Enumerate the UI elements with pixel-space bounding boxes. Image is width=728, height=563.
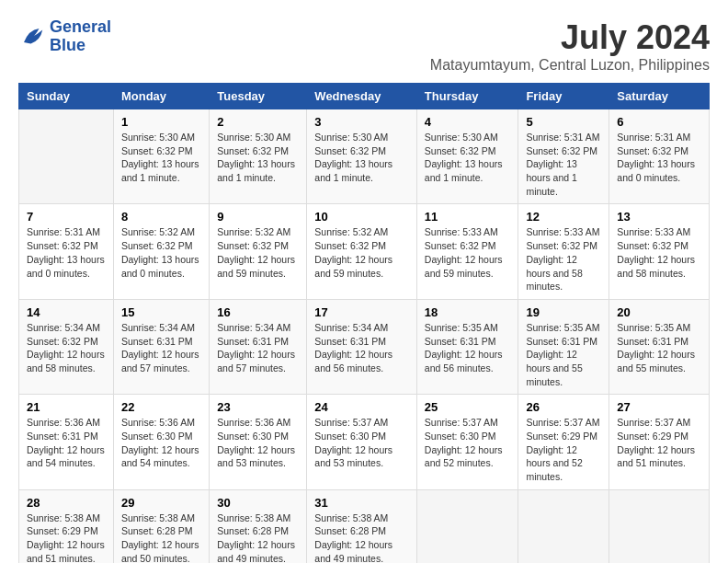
calendar-week-row: 7Sunrise: 5:31 AMSunset: 6:32 PMDaylight… <box>19 204 710 299</box>
day-info: Sunrise: 5:33 AMSunset: 6:32 PMDaylight:… <box>617 225 701 280</box>
day-info: Sunrise: 5:38 AMSunset: 6:28 PMDaylight:… <box>314 511 409 563</box>
day-number: 2 <box>217 115 299 129</box>
day-number: 3 <box>314 115 409 129</box>
day-number: 15 <box>121 305 201 319</box>
calendar-cell: 13Sunrise: 5:33 AMSunset: 6:32 PMDayligh… <box>609 204 710 299</box>
calendar-header: SundayMondayTuesdayWednesdayThursdayFrid… <box>19 84 710 109</box>
calendar-cell: 3Sunrise: 5:30 AMSunset: 6:32 PMDaylight… <box>307 109 417 204</box>
day-info: Sunrise: 5:36 AMSunset: 6:30 PMDaylight:… <box>121 416 201 470</box>
day-number: 10 <box>314 210 409 224</box>
calendar-cell: 19Sunrise: 5:35 AMSunset: 6:31 PMDayligh… <box>518 299 609 394</box>
calendar-cell: 14Sunrise: 5:34 AMSunset: 6:32 PMDayligh… <box>19 299 114 394</box>
calendar-cell: 17Sunrise: 5:34 AMSunset: 6:31 PMDayligh… <box>307 299 417 394</box>
day-number: 11 <box>425 210 511 224</box>
day-number: 31 <box>314 496 409 510</box>
day-number: 14 <box>27 305 106 319</box>
logo: General Blue <box>18 18 111 55</box>
calendar-cell: 10Sunrise: 5:32 AMSunset: 6:32 PMDayligh… <box>307 204 417 299</box>
day-number: 20 <box>617 305 701 319</box>
calendar-cell: 5Sunrise: 5:31 AMSunset: 6:32 PMDaylight… <box>518 109 609 204</box>
day-info: Sunrise: 5:34 AMSunset: 6:31 PMDaylight:… <box>314 321 409 375</box>
day-number: 1 <box>121 115 201 129</box>
day-number: 17 <box>314 305 409 319</box>
weekday-header: Tuesday <box>210 84 307 109</box>
calendar-cell: 1Sunrise: 5:30 AMSunset: 6:32 PMDaylight… <box>113 109 209 204</box>
calendar-cell: 6Sunrise: 5:31 AMSunset: 6:32 PMDaylight… <box>609 109 710 204</box>
day-info: Sunrise: 5:30 AMSunset: 6:32 PMDaylight:… <box>314 131 409 185</box>
calendar-cell: 31Sunrise: 5:38 AMSunset: 6:28 PMDayligh… <box>307 489 417 563</box>
calendar-cell: 2Sunrise: 5:30 AMSunset: 6:32 PMDaylight… <box>210 109 307 204</box>
day-number: 27 <box>617 400 701 414</box>
day-info: Sunrise: 5:33 AMSunset: 6:32 PMDaylight:… <box>425 225 511 280</box>
day-number: 7 <box>27 210 106 224</box>
calendar-week-row: 1Sunrise: 5:30 AMSunset: 6:32 PMDaylight… <box>19 109 710 204</box>
day-number: 26 <box>526 400 601 414</box>
day-number: 25 <box>425 400 511 414</box>
day-info: Sunrise: 5:34 AMSunset: 6:32 PMDaylight:… <box>27 321 106 375</box>
calendar-cell: 30Sunrise: 5:38 AMSunset: 6:28 PMDayligh… <box>210 489 307 563</box>
day-number: 24 <box>314 400 409 414</box>
calendar-cell: 21Sunrise: 5:36 AMSunset: 6:31 PMDayligh… <box>19 395 114 489</box>
day-info: Sunrise: 5:31 AMSunset: 6:32 PMDaylight:… <box>526 131 601 198</box>
calendar-cell: 29Sunrise: 5:38 AMSunset: 6:28 PMDayligh… <box>113 489 209 563</box>
day-info: Sunrise: 5:30 AMSunset: 6:32 PMDaylight:… <box>217 131 299 185</box>
day-number: 22 <box>121 400 201 414</box>
day-number: 13 <box>617 210 701 224</box>
calendar-cell: 7Sunrise: 5:31 AMSunset: 6:32 PMDaylight… <box>19 204 114 299</box>
logo-icon <box>18 23 46 51</box>
day-info: Sunrise: 5:37 AMSunset: 6:29 PMDaylight:… <box>526 416 601 483</box>
calendar-body: 1Sunrise: 5:30 AMSunset: 6:32 PMDaylight… <box>19 109 710 564</box>
day-number: 9 <box>217 210 299 224</box>
weekday-header: Wednesday <box>307 84 417 109</box>
weekday-header: Friday <box>518 84 609 109</box>
calendar-cell: 16Sunrise: 5:34 AMSunset: 6:31 PMDayligh… <box>210 299 307 394</box>
calendar-cell <box>19 109 114 204</box>
calendar-table: SundayMondayTuesdayWednesdayThursdayFrid… <box>18 83 710 563</box>
day-info: Sunrise: 5:37 AMSunset: 6:29 PMDaylight:… <box>617 416 701 470</box>
location-title: Matayumtayum, Central Luzon, Philippines <box>430 57 710 74</box>
calendar-cell: 24Sunrise: 5:37 AMSunset: 6:30 PMDayligh… <box>307 395 417 489</box>
day-info: Sunrise: 5:35 AMSunset: 6:31 PMDaylight:… <box>425 321 511 375</box>
weekday-header: Sunday <box>19 84 114 109</box>
day-info: Sunrise: 5:38 AMSunset: 6:29 PMDaylight:… <box>27 511 106 563</box>
calendar-cell: 4Sunrise: 5:30 AMSunset: 6:32 PMDaylight… <box>416 109 518 204</box>
calendar-cell <box>416 489 518 563</box>
day-number: 29 <box>121 496 201 510</box>
day-number: 19 <box>526 305 601 319</box>
calendar-cell <box>609 489 710 563</box>
calendar-cell: 26Sunrise: 5:37 AMSunset: 6:29 PMDayligh… <box>518 395 609 489</box>
calendar-cell: 18Sunrise: 5:35 AMSunset: 6:31 PMDayligh… <box>416 299 518 394</box>
day-number: 5 <box>526 115 601 129</box>
weekday-row: SundayMondayTuesdayWednesdayThursdayFrid… <box>19 84 710 109</box>
day-info: Sunrise: 5:33 AMSunset: 6:32 PMDaylight:… <box>526 225 601 293</box>
month-title: July 2024 <box>430 18 710 57</box>
day-info: Sunrise: 5:37 AMSunset: 6:30 PMDaylight:… <box>314 416 409 470</box>
calendar-cell: 25Sunrise: 5:37 AMSunset: 6:30 PMDayligh… <box>416 395 518 489</box>
calendar-week-row: 28Sunrise: 5:38 AMSunset: 6:29 PMDayligh… <box>19 489 710 563</box>
calendar-cell: 12Sunrise: 5:33 AMSunset: 6:32 PMDayligh… <box>518 204 609 299</box>
day-info: Sunrise: 5:31 AMSunset: 6:32 PMDaylight:… <box>617 131 701 185</box>
calendar-cell: 9Sunrise: 5:32 AMSunset: 6:32 PMDaylight… <box>210 204 307 299</box>
day-number: 6 <box>617 115 701 129</box>
calendar-cell: 15Sunrise: 5:34 AMSunset: 6:31 PMDayligh… <box>113 299 209 394</box>
day-number: 30 <box>217 496 299 510</box>
day-number: 8 <box>121 210 201 224</box>
day-info: Sunrise: 5:34 AMSunset: 6:31 PMDaylight:… <box>217 321 299 375</box>
day-info: Sunrise: 5:36 AMSunset: 6:30 PMDaylight:… <box>217 416 299 470</box>
day-info: Sunrise: 5:30 AMSunset: 6:32 PMDaylight:… <box>425 131 511 185</box>
day-number: 21 <box>27 400 106 414</box>
day-info: Sunrise: 5:34 AMSunset: 6:31 PMDaylight:… <box>121 321 201 375</box>
weekday-header: Monday <box>113 84 209 109</box>
day-info: Sunrise: 5:36 AMSunset: 6:31 PMDaylight:… <box>27 416 106 470</box>
calendar-cell: 27Sunrise: 5:37 AMSunset: 6:29 PMDayligh… <box>609 395 710 489</box>
day-info: Sunrise: 5:37 AMSunset: 6:30 PMDaylight:… <box>425 416 511 470</box>
day-info: Sunrise: 5:35 AMSunset: 6:31 PMDaylight:… <box>526 321 601 388</box>
title-section: July 2024 Matayumtayum, Central Luzon, P… <box>430 18 710 74</box>
day-number: 18 <box>425 305 511 319</box>
calendar-cell: 11Sunrise: 5:33 AMSunset: 6:32 PMDayligh… <box>416 204 518 299</box>
weekday-header: Thursday <box>416 84 518 109</box>
calendar-cell: 22Sunrise: 5:36 AMSunset: 6:30 PMDayligh… <box>113 395 209 489</box>
day-info: Sunrise: 5:30 AMSunset: 6:32 PMDaylight:… <box>121 131 201 185</box>
day-info: Sunrise: 5:32 AMSunset: 6:32 PMDaylight:… <box>314 225 409 280</box>
calendar-week-row: 14Sunrise: 5:34 AMSunset: 6:32 PMDayligh… <box>19 299 710 394</box>
